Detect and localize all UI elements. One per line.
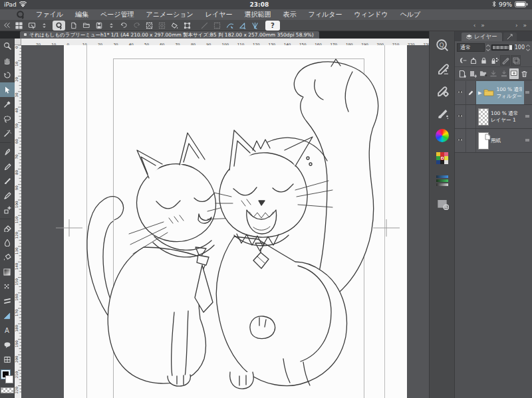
gradient-tool-button[interactable] bbox=[0, 264, 15, 279]
snap-ruler-button[interactable] bbox=[223, 21, 236, 31]
transform-button[interactable] bbox=[181, 21, 194, 31]
pencil-tool-button[interactable] bbox=[0, 159, 15, 173]
arrow-end-icon[interactable]: » bbox=[523, 22, 527, 29]
open-folder-button[interactable] bbox=[80, 21, 92, 31]
csp-logo-button[interactable] bbox=[53, 21, 65, 31]
wand-tool-button[interactable] bbox=[0, 126, 15, 141]
material-button[interactable] bbox=[432, 192, 452, 215]
lasso-tool-button[interactable] bbox=[0, 112, 15, 126]
layer-row-content[interactable]: 用紙 bbox=[476, 129, 524, 152]
pen-tool-button[interactable] bbox=[0, 144, 15, 159]
quick-access-button[interactable]: Q bbox=[432, 34, 452, 56]
snap-special-button[interactable] bbox=[249, 21, 261, 31]
grid-workspace-button[interactable] bbox=[13, 21, 25, 31]
operation-tool-button[interactable] bbox=[0, 82, 15, 97]
layer-visibility-eye-icon[interactable] bbox=[455, 129, 466, 152]
menu-6[interactable]: 選択範囲 bbox=[239, 10, 277, 19]
new-file-button[interactable] bbox=[67, 21, 80, 31]
tool-property-button[interactable] bbox=[432, 79, 452, 102]
eyedropper-tool-button[interactable] bbox=[0, 97, 15, 112]
reference-ink-button[interactable] bbox=[468, 55, 478, 66]
collapse-left-button[interactable] bbox=[0, 21, 13, 31]
folder-expander-icon[interactable]: ▶ bbox=[478, 90, 481, 96]
color-set-button[interactable] bbox=[432, 147, 452, 169]
layer-row-content[interactable]: ▶100 % 通常フォルダー 1 bbox=[476, 81, 524, 104]
sub-color-swatch[interactable] bbox=[5, 375, 13, 383]
rotate-tool-button[interactable] bbox=[0, 68, 15, 82]
hand-tool-button[interactable] bbox=[0, 53, 15, 68]
layer-row-content[interactable]: 100 % 通常レイヤー 1 bbox=[476, 105, 524, 128]
menu-5[interactable]: レイヤー bbox=[200, 10, 239, 19]
transparent-color-swatch[interactable] bbox=[1, 387, 14, 393]
screen-settings-button[interactable] bbox=[25, 21, 38, 31]
workspace-arrows[interactable]: ‹ » › » bbox=[473, 22, 532, 29]
zoom-tool-button[interactable] bbox=[0, 39, 15, 53]
onion-button[interactable] bbox=[511, 55, 521, 66]
layer-thumbnail[interactable] bbox=[478, 108, 489, 126]
figure-tool-button[interactable] bbox=[0, 294, 15, 308]
bucket-tool-button[interactable] bbox=[0, 250, 15, 264]
stepper-button[interactable] bbox=[38, 21, 51, 31]
tab-layer-property[interactable] bbox=[503, 33, 517, 41]
document-tab[interactable]: それはもしものラブリーミューh1* 1/1 (A4 210.00 x 297.0… bbox=[20, 31, 319, 39]
fill-tool-button[interactable] bbox=[168, 21, 181, 31]
layer-menu-icon[interactable] bbox=[524, 105, 532, 128]
menu-8[interactable]: フィルター bbox=[303, 10, 348, 19]
help-button[interactable]: ? bbox=[265, 21, 280, 31]
blend-stepper-icon[interactable] bbox=[486, 41, 490, 54]
layer-row-3[interactable]: 用紙 bbox=[455, 129, 532, 153]
menu-2[interactable]: 編集 bbox=[69, 10, 94, 19]
decoration-tool-button[interactable] bbox=[0, 203, 15, 217]
trash-button[interactable] bbox=[519, 68, 529, 79]
blend-tool-button[interactable] bbox=[0, 235, 15, 250]
arrow-right-icon[interactable]: › bbox=[515, 22, 518, 29]
paper-thumbnail[interactable] bbox=[478, 132, 489, 149]
new-layer-plus-button[interactable] bbox=[468, 68, 478, 79]
sub-tool-button[interactable] bbox=[432, 56, 452, 79]
canvas-viewport[interactable] bbox=[21, 45, 429, 398]
layer-menu-icon[interactable] bbox=[524, 81, 532, 104]
draft-button[interactable] bbox=[500, 55, 510, 66]
menu-1[interactable]: ファイル bbox=[30, 10, 69, 19]
arrow-skip-icon[interactable]: » bbox=[481, 22, 485, 29]
marker-tool-button[interactable] bbox=[0, 188, 15, 203]
arrow-left-icon[interactable]: ‹ bbox=[473, 22, 476, 29]
menu-3[interactable]: ページ管理 bbox=[94, 10, 140, 19]
layer-mask-button[interactable] bbox=[509, 68, 519, 79]
opacity-slider[interactable] bbox=[491, 45, 513, 50]
layer-menu-icon[interactable] bbox=[524, 129, 532, 152]
balloon-tool-button[interactable] bbox=[0, 338, 15, 352]
clip-studio-logo-icon[interactable] bbox=[16, 11, 25, 19]
undo-button[interactable] bbox=[118, 21, 130, 31]
color-slider-button[interactable] bbox=[432, 169, 452, 192]
tone-tool-button[interactable] bbox=[0, 279, 15, 294]
clip-mask-button[interactable] bbox=[458, 55, 467, 66]
menu-7[interactable]: 表示 bbox=[277, 10, 303, 19]
lock-alpha-button[interactable] bbox=[489, 55, 499, 66]
menu-4[interactable]: アニメーション bbox=[140, 10, 199, 19]
ruler-tool-button[interactable] bbox=[0, 308, 15, 323]
layer-visibility-eye-icon[interactable] bbox=[455, 81, 466, 104]
frame-tool-button[interactable] bbox=[0, 352, 15, 367]
merge-down-button[interactable] bbox=[499, 68, 509, 79]
brush-size-button[interactable] bbox=[432, 102, 452, 124]
tab-layers[interactable]: レイヤー bbox=[462, 33, 502, 41]
stepper-button[interactable] bbox=[105, 21, 118, 31]
transfer-down-button[interactable] bbox=[489, 68, 499, 79]
lock-button[interactable] bbox=[479, 55, 489, 66]
color-wheel-button[interactable] bbox=[432, 124, 452, 147]
deselect-button[interactable] bbox=[143, 21, 156, 31]
menu-10[interactable]: ヘルプ bbox=[394, 10, 427, 19]
eraser-tool-button[interactable] bbox=[0, 221, 15, 235]
layer-row-1[interactable]: ▶100 % 通常フォルダー 1 bbox=[455, 81, 532, 105]
layer-edit-target-icon[interactable] bbox=[466, 81, 476, 104]
snap-triangle-button[interactable] bbox=[236, 21, 249, 31]
layer-visibility-eye-icon[interactable] bbox=[455, 105, 466, 128]
new-layer-button[interactable] bbox=[458, 68, 467, 79]
new-folder-button[interactable] bbox=[478, 68, 488, 79]
brush-tool-button[interactable] bbox=[0, 173, 15, 188]
blend-mode-select[interactable]: 通常 bbox=[457, 43, 485, 52]
layer-row-2[interactable]: 100 % 通常レイヤー 1 bbox=[455, 105, 532, 129]
text-tool-button[interactable]: A bbox=[0, 323, 15, 338]
opacity-stepper-icon[interactable] bbox=[526, 41, 530, 54]
